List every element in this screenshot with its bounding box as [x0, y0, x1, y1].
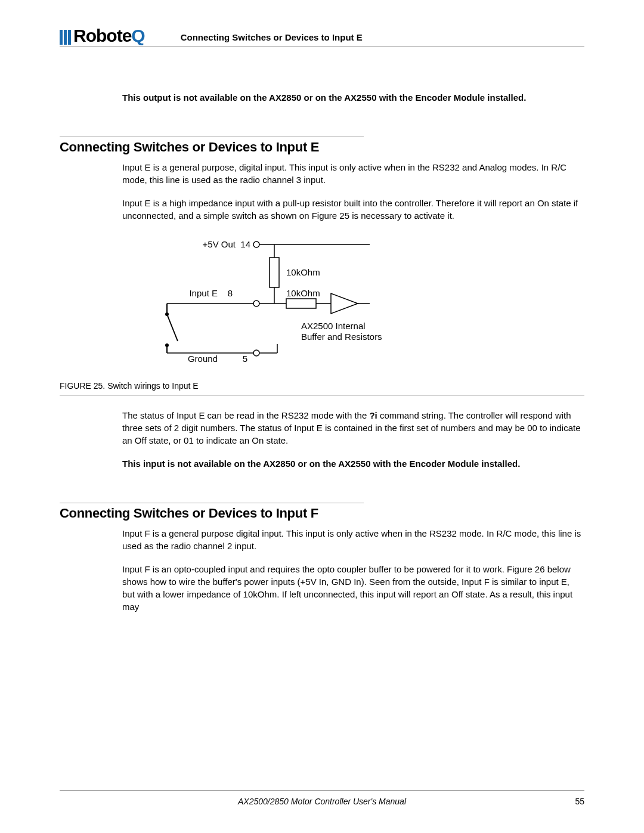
intro-note: This output is not available on the AX28…: [122, 91, 584, 104]
footer-title: AX2500/2850 Motor Controller User's Manu…: [238, 797, 406, 806]
page-header: RoboteQ Connecting Switches or Devices t…: [60, 27, 584, 47]
p3-part-a: The status of Input E can be read in the…: [122, 410, 369, 420]
svg-point-26: [253, 350, 259, 356]
svg-text:10kOhm: 10kOhm: [286, 267, 320, 277]
page-footer: AX2500/2850 Motor Controller User's Manu…: [60, 790, 584, 806]
svg-text:+5V Out: +5V Out: [203, 239, 236, 249]
logo-bars-icon: [60, 30, 71, 45]
section-f-p2: Input F is an opto-coupled input and req…: [122, 563, 584, 613]
svg-text:10kOhm: 10kOhm: [286, 288, 320, 298]
svg-rect-5: [270, 258, 279, 287]
p3-command: ?i: [369, 410, 377, 420]
svg-text:Buffer and Resistors: Buffer and Resistors: [301, 332, 382, 342]
svg-point-2: [253, 241, 259, 247]
svg-text:8: 8: [228, 288, 233, 298]
section-e-heading: Connecting Switches or Devices to Input …: [60, 140, 584, 155]
section-divider: [60, 137, 364, 137]
section-divider-f: [60, 503, 364, 503]
svg-text:Ground: Ground: [188, 354, 218, 364]
figure-25-caption: FIGURE 25. Switch wirings to Input E: [60, 381, 584, 391]
svg-text:5: 5: [243, 354, 247, 364]
footer-page-number: 55: [575, 797, 584, 806]
section-e-p2: Input E is a high impedance input with a…: [122, 197, 584, 222]
svg-text:AX2500 Internal: AX2500 Internal: [301, 321, 366, 331]
logo-text: RoboteQ: [73, 27, 145, 45]
svg-text:14: 14: [240, 239, 250, 249]
section-e-p3: The status of Input E can be read in the…: [122, 409, 584, 447]
section-f-heading: Connecting Switches or Devices to Input …: [60, 506, 584, 521]
header-section-title: Connecting Switches or Devices to Input …: [181, 32, 363, 45]
logo: RoboteQ: [60, 27, 145, 45]
svg-line-22: [167, 314, 178, 341]
svg-text:Input E: Input E: [189, 288, 218, 298]
footer-divider: [60, 790, 584, 791]
circuit-diagram-icon: +5V Out 14 10kOhm Input E 8 10kOhm: [60, 237, 584, 368]
section-f-p1: Input F is a general purpose digital inp…: [122, 527, 584, 552]
svg-point-10: [253, 301, 259, 306]
page-content: RoboteQ Connecting Switches or Devices t…: [60, 27, 584, 809]
svg-marker-16: [331, 293, 358, 314]
logo-q: Q: [131, 26, 144, 45]
figure-divider: [60, 395, 584, 396]
svg-rect-13: [286, 299, 316, 308]
figure-25: +5V Out 14 10kOhm Input E 8 10kOhm: [60, 237, 584, 396]
logo-main: Robote: [73, 26, 131, 45]
section-e-note: This input is not available on the AX285…: [122, 457, 584, 470]
section-e-p1: Input E is a general purpose, digital in…: [122, 161, 584, 186]
